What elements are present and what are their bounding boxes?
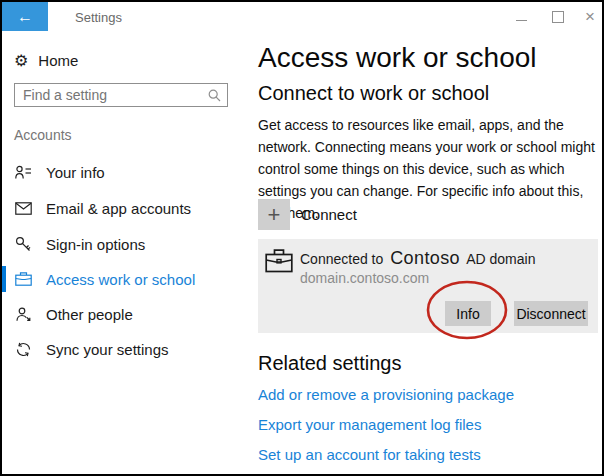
envelope-icon: [14, 202, 32, 215]
sidebar-section-label: Accounts: [14, 127, 72, 143]
selection-bar: [2, 301, 6, 327]
sidebar-item-label: Sign-in options: [46, 236, 145, 253]
briefcase-icon: [14, 272, 32, 286]
connected-account-row[interactable]: Connected to Contoso AD domain domain.co…: [258, 239, 598, 333]
home-label: Home: [38, 52, 78, 69]
sidebar-item-label: Sync your settings: [46, 341, 169, 358]
related-settings-heading: Related settings: [258, 352, 401, 375]
sidebar-item-access-work-or-school[interactable]: Access work or school: [2, 264, 242, 294]
gear-icon: ⚙: [14, 53, 28, 69]
sidebar-item-your-info[interactable]: Your info: [2, 157, 242, 187]
selection-bar: [2, 266, 6, 292]
selection-bar: [2, 159, 6, 185]
key-icon: [14, 236, 32, 252]
person-plus-icon: [14, 307, 32, 322]
selection-bar: [2, 231, 6, 257]
sidebar-item-email-app-accounts[interactable]: Email & app accounts: [2, 193, 242, 223]
selection-bar: [2, 195, 6, 221]
disconnect-button[interactable]: Disconnect: [514, 301, 588, 326]
sidebar-item-sync-your-settings[interactable]: Sync your settings: [2, 334, 242, 364]
search-icon: [208, 89, 221, 102]
selection-bar: [2, 336, 6, 362]
sync-icon: [14, 342, 32, 357]
contact-icon: [14, 165, 32, 180]
domain-text: domain.contoso.com: [300, 270, 429, 286]
minimize-button[interactable]: [505, 2, 537, 32]
back-button[interactable]: ←: [2, 2, 48, 31]
window-title: Settings: [75, 10, 122, 25]
sidebar-item-label: Your info: [46, 164, 105, 181]
section-heading: Connect to work or school: [258, 82, 489, 105]
search-input[interactable]: [15, 87, 208, 103]
sidebar-item-home[interactable]: ⚙ Home: [14, 52, 78, 69]
link-export-logs[interactable]: Export your management log files: [258, 416, 481, 433]
connect-button[interactable]: +: [258, 199, 290, 230]
org-name: Contoso: [390, 248, 460, 268]
close-icon: ×: [585, 7, 595, 27]
maximize-button[interactable]: [542, 2, 574, 32]
link-provisioning-package[interactable]: Add or remove a provisioning package: [258, 386, 514, 403]
back-arrow-icon: ←: [17, 8, 33, 26]
maximize-icon: [552, 11, 564, 23]
minimize-icon: [516, 20, 527, 21]
sidebar-item-label: Email & app accounts: [46, 200, 191, 217]
connected-to-text: Connected to Contoso AD domain: [300, 248, 535, 269]
plus-icon: +: [268, 202, 281, 228]
page-title: Access work or school: [258, 42, 537, 74]
sidebar-item-label: Access work or school: [46, 271, 195, 288]
connect-label: Connect: [301, 206, 357, 223]
close-button[interactable]: ×: [574, 2, 604, 32]
briefcase-icon: [265, 249, 293, 273]
search-box[interactable]: [14, 83, 228, 107]
settings-window: ← Settings × ⚙ Home Accounts Your info E…: [0, 0, 604, 476]
sidebar-item-sign-in-options[interactable]: Sign-in options: [2, 229, 242, 259]
info-button[interactable]: Info: [445, 301, 491, 326]
sidebar-item-other-people[interactable]: Other people: [2, 299, 242, 329]
link-test-account[interactable]: Set up an account for taking tests: [258, 446, 481, 463]
sidebar-item-label: Other people: [46, 306, 133, 323]
